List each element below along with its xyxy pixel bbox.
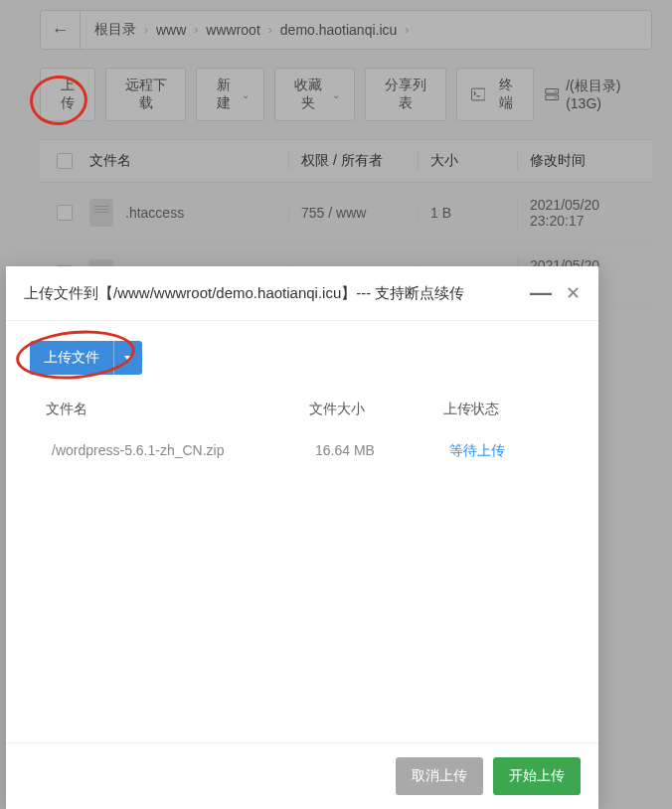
col-upload-status: 上传状态 bbox=[443, 401, 575, 418]
upload-table-header: 文件名 文件大小 上传状态 bbox=[30, 393, 575, 428]
close-button[interactable]: ✕ bbox=[566, 282, 581, 304]
minimize-button[interactable]: — bbox=[530, 288, 552, 298]
upload-file-dropdown[interactable] bbox=[113, 341, 142, 375]
start-upload-button[interactable]: 开始上传 bbox=[493, 757, 581, 795]
col-upload-size: 文件大小 bbox=[309, 401, 443, 418]
upload-file-status: 等待上传 bbox=[449, 442, 575, 460]
upload-file-size: 16.64 MB bbox=[315, 442, 449, 460]
modal-footer: 取消上传 开始上传 bbox=[6, 742, 598, 809]
modal-header: 上传文件到【/www/wwwroot/demo.haotianqi.icu】--… bbox=[6, 266, 598, 321]
upload-file-button[interactable]: 上传文件 bbox=[30, 341, 113, 375]
upload-row[interactable]: /wordpress-5.6.1-zh_CN.zip 16.64 MB 等待上传 bbox=[30, 428, 575, 474]
upload-modal: 上传文件到【/www/wwwroot/demo.haotianqi.icu】--… bbox=[6, 266, 598, 809]
modal-body: 上传文件 文件名 文件大小 上传状态 /wordpress-5.6.1-zh_C… bbox=[6, 321, 598, 742]
col-upload-name: 文件名 bbox=[46, 401, 309, 418]
upload-file-button-group: 上传文件 bbox=[30, 341, 142, 375]
modal-title: 上传文件到【/www/wwwroot/demo.haotianqi.icu】--… bbox=[24, 284, 530, 303]
cancel-upload-button[interactable]: 取消上传 bbox=[396, 757, 483, 795]
upload-file-name: /wordpress-5.6.1-zh_CN.zip bbox=[52, 442, 315, 460]
